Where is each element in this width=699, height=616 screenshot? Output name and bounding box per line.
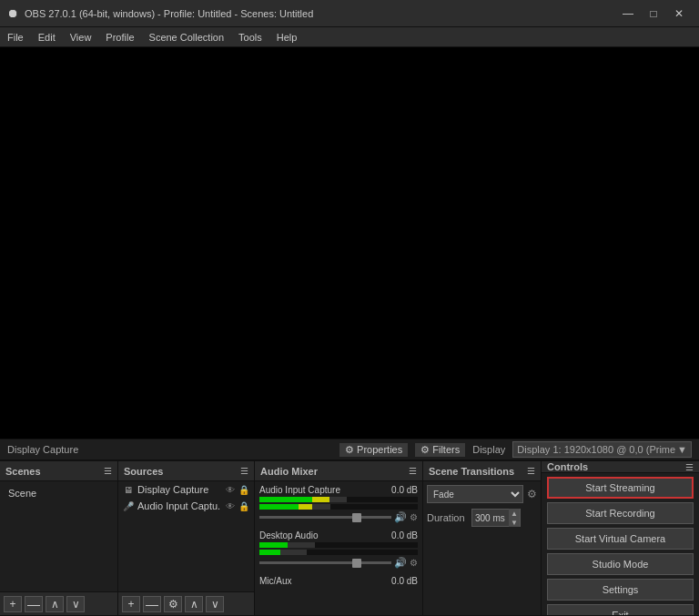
maximize-button[interactable]: □ xyxy=(641,5,666,23)
scene-up-button[interactable]: ∧ xyxy=(46,596,64,612)
desktop-audio-fader-row: 🔊 ⚙ xyxy=(259,557,418,569)
menu-help[interactable]: Help xyxy=(269,27,305,46)
studio-mode-button[interactable]: Studio Mode xyxy=(547,553,694,575)
panels-row: Scenes ☰ Scene + — ∧ ∨ Sources ☰ 🖥 Displ… xyxy=(0,460,699,615)
audio-mixer-header: Audio Mixer ☰ xyxy=(255,461,422,481)
scenes-panel: Scenes ☰ Scene + — ∧ ∨ xyxy=(0,461,118,615)
controls-header: Controls ☰ xyxy=(542,461,699,473)
start-recording-button[interactable]: Start Recording xyxy=(547,502,694,524)
sources-header: Sources ☰ xyxy=(118,461,254,481)
menu-scene-collection[interactable]: Scene Collection xyxy=(142,27,232,46)
source-remove-button[interactable]: — xyxy=(143,596,161,612)
menu-tools[interactable]: Tools xyxy=(231,27,269,46)
sources-toolbar: + — ⚙ ∧ ∨ xyxy=(118,591,254,615)
duration-input-wrap: ▲ ▼ xyxy=(471,509,521,527)
menu-edit[interactable]: Edit xyxy=(31,27,63,46)
audio-input-fader[interactable] xyxy=(259,516,391,519)
controls-panel: Controls ☰ Start Streaming Start Recordi… xyxy=(542,461,699,615)
mic-aux-db: 0.0 dB xyxy=(391,576,418,586)
duration-label: Duration xyxy=(427,512,468,523)
chevron-icon: ▼ xyxy=(677,444,687,455)
settings-button[interactable]: Settings xyxy=(547,579,694,601)
desktop-audio-gear-icon[interactable]: ⚙ xyxy=(410,558,418,568)
sources-panel: Sources ☰ 🖥 Display Capture 👁 🔒 🎤 Audio … xyxy=(118,461,255,615)
audio-mixer-title: Audio Mixer xyxy=(260,466,318,477)
display-capture-icon: 🖥 xyxy=(123,484,134,495)
source-up-button[interactable]: ∧ xyxy=(185,596,203,612)
info-bar: Display Capture ⚙ Properties ⚙ Filters D… xyxy=(0,439,699,460)
desktop-audio-fader-thumb[interactable] xyxy=(352,559,361,568)
source-down-button[interactable]: ∨ xyxy=(206,596,224,612)
scenes-header: Scenes ☰ xyxy=(0,461,117,481)
source-item-audio[interactable]: 🎤 Audio Input Captu. 👁 🔒 xyxy=(118,498,254,514)
scenes-title: Scenes xyxy=(5,466,41,477)
scenes-menu-icon[interactable]: ☰ xyxy=(104,466,112,476)
menu-profile[interactable]: Profile xyxy=(98,27,141,46)
properties-button[interactable]: ⚙ Properties xyxy=(339,443,408,457)
source-settings-button[interactable]: ⚙ xyxy=(164,596,182,612)
gear-icon: ⚙ xyxy=(345,444,354,455)
exit-button[interactable]: Exit xyxy=(547,604,694,615)
transition-gear-icon[interactable]: ⚙ xyxy=(527,488,537,500)
audio-input-name: Audio Input Capture xyxy=(259,485,340,495)
scene-down-button[interactable]: ∨ xyxy=(66,596,85,612)
scenes-toolbar: + — ∧ ∨ xyxy=(0,591,117,615)
audio-track-mic-header: Mic/Aux 0.0 dB xyxy=(259,576,418,586)
volume-icon-desktop[interactable]: 🔊 xyxy=(394,557,407,569)
menu-bar: File Edit View Profile Scene Collection … xyxy=(0,27,699,47)
menu-file[interactable]: File xyxy=(0,27,31,46)
filters-icon: ⚙ xyxy=(420,444,430,455)
scene-remove-button[interactable]: — xyxy=(25,596,43,612)
start-streaming-button[interactable]: Start Streaming xyxy=(547,477,694,499)
close-button[interactable]: ✕ xyxy=(666,5,692,23)
scene-item[interactable]: Scene xyxy=(4,485,114,501)
source-add-button[interactable]: + xyxy=(122,596,140,612)
scene-add-button[interactable]: + xyxy=(4,596,22,612)
eye-icon-2[interactable]: 👁 xyxy=(226,501,235,511)
controls-title: Controls xyxy=(547,461,588,472)
duration-up-button[interactable]: ▲ xyxy=(509,509,520,518)
audio-mixer-menu-icon[interactable]: ☰ xyxy=(409,466,417,476)
filters-button[interactable]: ⚙ Filters xyxy=(415,443,465,457)
transitions-menu-icon[interactable]: ☰ xyxy=(527,466,535,476)
scenes-header-icons: ☰ xyxy=(104,466,112,476)
desktop-audio-meter2 xyxy=(259,550,418,555)
desktop-audio-db: 0.0 dB xyxy=(391,530,418,540)
sources-title: Sources xyxy=(124,466,163,477)
duration-input[interactable] xyxy=(472,513,509,523)
app-icon: ⏺ xyxy=(7,6,19,20)
duration-row: Duration ▲ ▼ xyxy=(427,509,537,527)
transitions-header-icons: ☰ xyxy=(527,466,535,476)
sources-header-icons: ☰ xyxy=(240,466,248,476)
mic-aux-name: Mic/Aux xyxy=(259,576,292,586)
eye-icon[interactable]: 👁 xyxy=(226,485,235,495)
source-name-label: Display Capture xyxy=(7,444,78,455)
sources-menu-icon[interactable]: ☰ xyxy=(240,466,248,476)
source-item-display[interactable]: 🖥 Display Capture 👁 🔒 xyxy=(118,481,254,498)
audio-mixer-header-icons: ☰ xyxy=(409,466,417,476)
audio-track-desktop-header: Desktop Audio 0.0 dB xyxy=(259,530,418,540)
title-bar: ⏺ OBS 27.0.1 (64-bit, windows) - Profile… xyxy=(0,0,699,27)
menu-view[interactable]: View xyxy=(63,27,99,46)
desktop-audio-fader[interactable] xyxy=(259,561,391,564)
start-virtual-camera-button[interactable]: Start Virtual Camera xyxy=(547,528,694,550)
title-controls: — □ ✕ xyxy=(615,5,692,23)
audio-input-fader-thumb[interactable] xyxy=(352,513,361,522)
duration-down-button[interactable]: ▼ xyxy=(509,518,520,527)
desktop-audio-name: Desktop Audio xyxy=(259,530,319,540)
desktop-audio-meter2-bar xyxy=(259,550,307,555)
lock-icon-2[interactable]: 🔒 xyxy=(238,501,249,511)
mic-icon: 🎤 xyxy=(123,500,134,511)
minimize-button[interactable]: — xyxy=(615,5,641,23)
audio-input-meter2-bar xyxy=(259,504,330,510)
transitions-header: Scene Transitions ☰ xyxy=(423,461,541,481)
volume-icon-input[interactable]: 🔊 xyxy=(394,511,407,523)
transitions-panel: Scene Transitions ☰ Fade Cut Swipe Slide… xyxy=(423,461,542,615)
controls-menu-icon[interactable]: ☰ xyxy=(685,462,694,472)
title-text: OBS 27.0.1 (64-bit, windows) - Profile: … xyxy=(25,8,313,19)
audio-track-input-header: Audio Input Capture 0.0 dB xyxy=(259,485,418,495)
audio-input-gear-icon[interactable]: ⚙ xyxy=(410,512,418,522)
audio-input-fader-row: 🔊 ⚙ xyxy=(259,511,418,523)
lock-icon[interactable]: 🔒 xyxy=(238,485,249,495)
transition-select[interactable]: Fade Cut Swipe Slide xyxy=(427,485,523,503)
